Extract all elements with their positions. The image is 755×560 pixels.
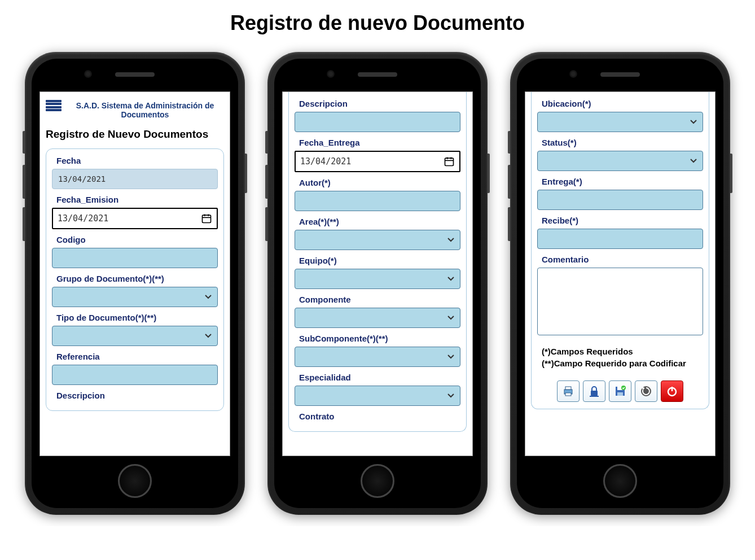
- svg-rect-11: [591, 391, 598, 396]
- input-autor[interactable]: [295, 191, 460, 211]
- label-grupo-documento: Grupo de Documento(*)(**): [52, 274, 218, 283]
- legend-required: (*)Campos Requeridos: [542, 345, 703, 357]
- refresh-button[interactable]: [635, 380, 657, 402]
- svg-rect-0: [203, 215, 211, 222]
- form-panel-1: Fecha Fecha_Emision 13/04/2021 Codigo: [46, 148, 224, 411]
- label-referencia: Referencia: [52, 352, 218, 361]
- input-fecha: [52, 169, 218, 189]
- phone-mockup-3: Ubicacion(*) Status(*) Entrega(*) R: [510, 52, 730, 515]
- label-equipo: Equipo(*): [295, 256, 460, 265]
- label-codigo: Codigo: [52, 235, 218, 244]
- input-fecha-emision[interactable]: 13/04/2021: [52, 208, 218, 229]
- input-entrega[interactable]: [537, 190, 703, 210]
- label-fecha: Fecha: [52, 156, 218, 165]
- label-area: Area(*)(**): [295, 217, 460, 226]
- select-status[interactable]: [537, 151, 703, 171]
- phones-container: S.A.D. Sistema de Administración de Docu…: [11, 52, 744, 515]
- input-codigo[interactable]: [52, 248, 218, 268]
- svg-rect-12: [590, 396, 599, 397]
- select-grupo-documento[interactable]: [52, 287, 218, 307]
- label-ubicacion: Ubicacion(*): [537, 99, 703, 108]
- power-icon: [665, 384, 679, 398]
- page-title: Registro de nuevo Documento: [11, 11, 744, 35]
- select-tipo-documento[interactable]: [52, 326, 218, 346]
- app-header: S.A.D. Sistema de Administración de Docu…: [46, 97, 224, 125]
- select-equipo[interactable]: [295, 269, 460, 289]
- phone-mockup-2: Descripcion Fecha_Entrega 13/04/2021 Aut…: [267, 52, 488, 515]
- power-button[interactable]: [661, 380, 683, 402]
- label-fecha-emision: Fecha_Emision: [52, 195, 218, 204]
- label-componente: Componente: [295, 295, 460, 304]
- phone-mockup-1: S.A.D. Sistema de Administración de Docu…: [25, 52, 245, 515]
- select-area[interactable]: [295, 230, 460, 250]
- form-title: Registro de Nuevo Documentos: [46, 128, 224, 141]
- lock-button[interactable]: [583, 380, 605, 402]
- label-tipo-documento: Tipo de Documento(*)(**): [52, 313, 218, 322]
- home-button-icon: [361, 464, 394, 498]
- action-buttons: [537, 377, 703, 402]
- menu-icon[interactable]: [46, 99, 62, 112]
- input-recibe[interactable]: [537, 229, 703, 249]
- svg-rect-4: [445, 158, 454, 165]
- svg-rect-9: [565, 387, 571, 390]
- print-icon: [561, 384, 575, 398]
- svg-rect-15: [617, 392, 623, 396]
- label-subcomponente: SubComponente(*)(**): [295, 334, 460, 343]
- label-autor: Autor(*): [295, 178, 460, 187]
- home-button-icon: [603, 464, 637, 498]
- print-button[interactable]: [557, 380, 580, 402]
- select-componente[interactable]: [295, 308, 460, 328]
- label-fecha-entrega: Fecha_Entrega: [295, 138, 460, 147]
- calendar-icon: [444, 156, 455, 167]
- label-contrato: Contrato: [295, 412, 460, 421]
- label-descripcion-1: Descripcion: [52, 391, 218, 400]
- save-icon: [613, 384, 627, 398]
- form-panel-2: Descripcion Fecha_Entrega 13/04/2021 Aut…: [288, 92, 467, 432]
- select-ubicacion[interactable]: [537, 112, 703, 132]
- lock-icon: [587, 384, 601, 398]
- legend-codify: (**)Campo Requerido para Codificar: [542, 357, 703, 369]
- input-referencia[interactable]: [52, 365, 218, 385]
- textarea-comentario[interactable]: [537, 268, 703, 335]
- label-recibe: Recibe(*): [537, 216, 703, 225]
- svg-rect-10: [565, 393, 571, 396]
- label-descripcion-2: Descripcion: [295, 99, 460, 108]
- label-comentario: Comentario: [537, 255, 703, 264]
- calendar-icon: [201, 213, 212, 224]
- legend: (*)Campos Requeridos (**)Campo Requerido…: [542, 345, 703, 369]
- input-fecha-entrega[interactable]: 13/04/2021: [295, 151, 460, 172]
- app-title: S.A.D. Sistema de Administración de Docu…: [66, 99, 224, 119]
- select-subcomponente[interactable]: [295, 347, 460, 367]
- label-entrega: Entrega(*): [537, 177, 703, 186]
- label-status: Status(*): [537, 138, 703, 147]
- label-especialidad: Especialidad: [295, 373, 460, 382]
- save-button[interactable]: [609, 380, 631, 402]
- form-panel-3: Ubicacion(*) Status(*) Entrega(*) R: [531, 92, 709, 409]
- home-button-icon: [118, 464, 152, 498]
- input-descripcion[interactable]: [295, 112, 460, 132]
- refresh-icon: [639, 384, 653, 398]
- select-especialidad[interactable]: [295, 386, 460, 406]
